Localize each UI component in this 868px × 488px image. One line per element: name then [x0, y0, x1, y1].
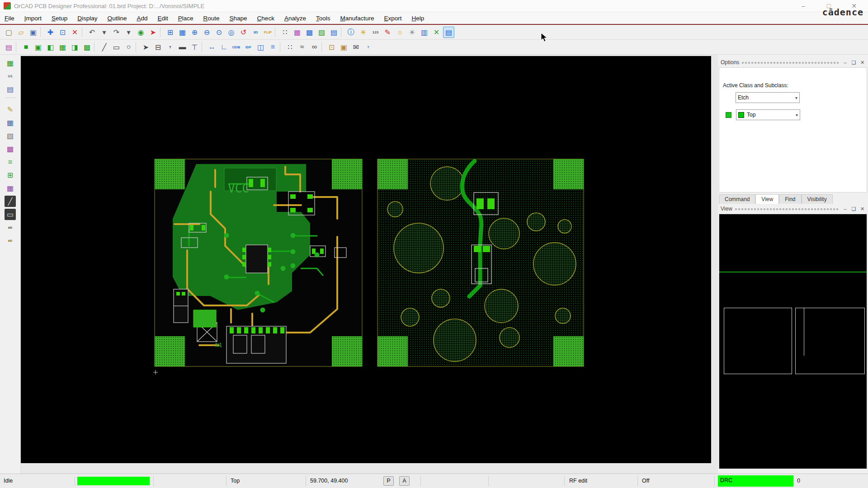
ratsnest-icon[interactable]: ≈	[297, 42, 308, 53]
shine-mode-icon[interactable]: ☼	[394, 27, 406, 38]
connection-display-icon[interactable]: ▤	[328, 27, 340, 38]
flip-design-icon[interactable]: FLIP	[262, 27, 274, 38]
copy-format-icon[interactable]: ⊡	[326, 42, 337, 53]
tack-glue-icon[interactable]: ⊤	[189, 42, 200, 53]
undo-icon[interactable]: ↶	[86, 27, 98, 38]
color-stack-icon[interactable]: ▤	[3, 42, 14, 53]
menu-manufacture[interactable]: Manufacture	[340, 15, 374, 22]
options-close-icon[interactable]: ✕	[859, 60, 865, 66]
color-priority-icon[interactable]: ▩	[5, 143, 16, 155]
color-brush-icon[interactable]: ✎	[382, 27, 393, 38]
add-rect-tool-icon[interactable]: ▭	[5, 209, 16, 220]
board-right[interactable]	[377, 159, 584, 366]
add-line-icon[interactable]: ╱	[99, 42, 110, 53]
view-minimize-icon[interactable]: –	[842, 206, 848, 211]
tab-view[interactable]: View	[755, 194, 779, 204]
save-drawing-icon[interactable]: ▣	[28, 27, 39, 38]
etch-pencil-icon[interactable]: ✎	[5, 104, 16, 115]
highlight-icon[interactable]: ◉	[135, 27, 146, 38]
subclass-dropdown[interactable]: Top ▾	[736, 109, 800, 120]
zoom-out-icon[interactable]: ⊖	[201, 27, 212, 38]
color-dialog-icon[interactable]: ▦	[292, 27, 303, 38]
menu-file[interactable]: File	[5, 15, 14, 22]
options-float-icon[interactable]: ❑	[851, 60, 857, 66]
preview-outline-left[interactable]	[724, 308, 792, 374]
grid-toggle-icon[interactable]: ⊞	[165, 27, 176, 38]
constraint-grid-icon[interactable]: ▦	[5, 183, 16, 194]
copy-icon[interactable]: ⊡	[57, 27, 68, 38]
menu-help[interactable]: Help	[412, 15, 425, 22]
menu-import[interactable]: Import	[24, 15, 42, 22]
cross-section-icon[interactable]: ≡	[267, 42, 278, 53]
zoom-in-icon[interactable]: ⊕	[189, 27, 200, 38]
etch-layers-icon[interactable]: ≡	[5, 156, 16, 168]
menu-check[interactable]: Check	[257, 15, 274, 22]
unhighlight-pin-icon[interactable]: ➤	[147, 27, 159, 38]
options-minimize-icon[interactable]: –	[842, 60, 848, 65]
view-3d-icon[interactable]: 3D	[250, 27, 261, 38]
shape-add-solid-icon[interactable]: ■	[20, 42, 32, 53]
route-grid-icon[interactable]: ⊞	[5, 169, 16, 181]
tab-find[interactable]: Find	[779, 194, 801, 204]
label-abc-icon[interactable]: ab	[5, 222, 16, 233]
subclass-visibility-checkbox[interactable]	[726, 112, 731, 118]
shape-select-icon[interactable]: ◨	[69, 42, 80, 53]
view-close-icon[interactable]: ✕	[859, 206, 865, 212]
redo-menu-icon[interactable]: ▾	[123, 27, 134, 38]
waive-drc-icon[interactable]: ✕	[431, 27, 442, 38]
add-circle-icon[interactable]: ○	[123, 42, 134, 53]
shape-edit-boundary-icon[interactable]: ◧	[45, 42, 56, 53]
shape-delete-island-icon[interactable]: ▩	[81, 42, 93, 53]
pad-display-icon[interactable]: ▩	[304, 27, 315, 38]
datatip-toggle-icon[interactable]: ▤	[443, 27, 454, 38]
film-records-icon[interactable]: ▤	[5, 84, 16, 95]
unplace-symbol-icon[interactable]: ▧	[5, 130, 16, 141]
redo-icon[interactable]: ↷	[111, 27, 122, 38]
shape-merge-icon[interactable]: ▦	[57, 42, 68, 53]
undo-menu-icon[interactable]: ▾	[99, 27, 110, 38]
menu-export[interactable]: Export	[384, 15, 402, 22]
layout-grid-icon[interactable]: ▦	[5, 117, 16, 128]
menu-shape[interactable]: Shape	[230, 15, 247, 22]
board-left[interactable]: VCC N1	[155, 159, 362, 366]
place-symbol-icon[interactable]: U1	[5, 70, 16, 82]
mail-report-icon[interactable]: ✉	[350, 42, 362, 53]
dimension-icon[interactable]: ∟	[218, 42, 230, 53]
pcb-drawing[interactable]: VCC N1	[21, 56, 711, 463]
shape-add-void-icon[interactable]: ▣	[33, 42, 44, 53]
move-icon[interactable]: ✚	[45, 27, 56, 38]
minimize-button[interactable]: –	[799, 2, 807, 9]
filled-pad-display-icon[interactable]: ▨	[316, 27, 327, 38]
add-line-tool-icon[interactable]: ╱	[5, 196, 16, 207]
delete-icon[interactable]: ✕	[69, 27, 80, 38]
preview-outline-right[interactable]	[795, 308, 865, 374]
design-canvas[interactable]: VCC N1	[21, 56, 711, 463]
open-drawing-icon[interactable]: ▱	[15, 27, 27, 38]
measure-icon[interactable]: ↔	[206, 42, 217, 53]
bundle-icon[interactable]: ∞	[309, 42, 320, 53]
odb-export-icon[interactable]: ODB	[231, 42, 242, 53]
class-dropdown[interactable]: Etch ▾	[736, 92, 800, 103]
shadow-toggle-icon[interactable]: ∷	[279, 27, 291, 38]
pick-mode-button[interactable]: P	[383, 476, 394, 486]
dehighlight-123-icon[interactable]: 123	[370, 27, 381, 38]
menu-setup[interactable]: Setup	[52, 15, 67, 22]
zoom-world-icon[interactable]: ↺	[238, 27, 249, 38]
panel-drag-handle[interactable]	[735, 208, 840, 210]
add-slot-icon[interactable]: ⊟	[152, 42, 164, 53]
net-schedule-icon[interactable]: ∷	[284, 42, 296, 53]
menu-analyze[interactable]: Analyze	[284, 15, 306, 22]
layer-bars-icon[interactable]: ▥	[419, 27, 430, 38]
view-preview[interactable]	[719, 214, 867, 469]
tab-visibility[interactable]: Visibility	[802, 194, 833, 204]
help-icon[interactable]: ?	[363, 42, 374, 53]
select-tool-icon[interactable]: ➤	[140, 42, 151, 53]
menu-edit[interactable]: Edit	[157, 15, 168, 22]
paste-format-icon[interactable]: ▣	[338, 42, 349, 53]
menu-tools[interactable]: Tools	[316, 15, 330, 22]
add-filled-rect-icon[interactable]: ▬	[177, 42, 188, 53]
contrast-mode-icon[interactable]: ☀	[406, 27, 418, 38]
menu-display[interactable]: Display	[77, 15, 97, 22]
step-view-icon[interactable]: ◫	[255, 42, 266, 53]
zoom-points-icon[interactable]: ⊙	[213, 27, 225, 38]
